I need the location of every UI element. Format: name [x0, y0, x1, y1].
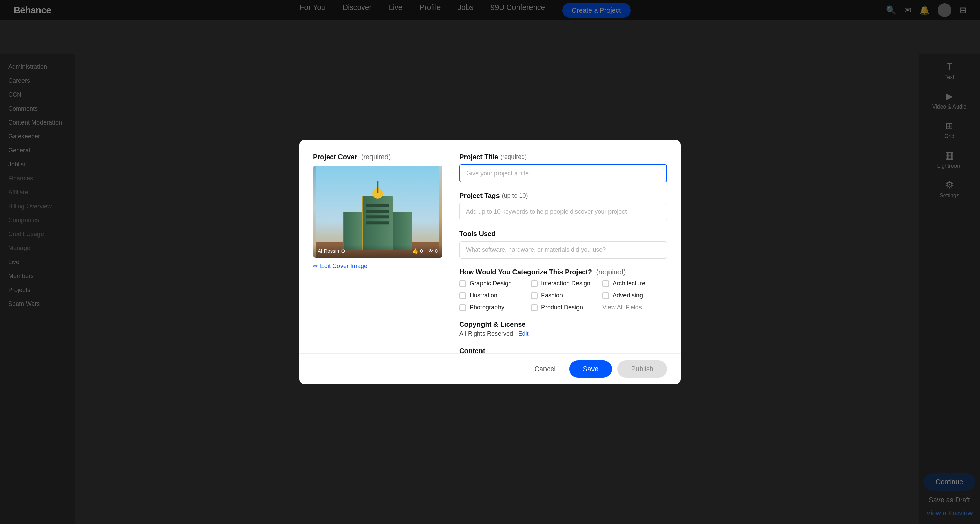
cover-author: Al Rossin ⊕	[318, 248, 345, 254]
svg-rect-6	[366, 221, 389, 224]
svg-rect-7	[343, 212, 362, 250]
cancel-button[interactable]: Cancel	[527, 361, 564, 377]
category-graphic-design[interactable]: Graphic Design	[459, 280, 524, 287]
category-product-design[interactable]: Product Design	[531, 304, 595, 311]
tags-label: Project Tags (up to 10)	[459, 192, 667, 200]
copyright-edit-link[interactable]: Edit	[518, 330, 529, 337]
checkbox-advertising[interactable]	[602, 292, 609, 299]
categories-required: (required)	[596, 268, 626, 276]
cover-image	[313, 166, 442, 257]
cover-art	[313, 166, 442, 257]
category-photography[interactable]: Photography	[459, 304, 524, 311]
view-all-fields-link[interactable]: View All Fields...	[602, 304, 667, 311]
save-button[interactable]: Save	[570, 360, 612, 378]
checkbox-architecture[interactable]	[602, 280, 609, 287]
pencil-icon: ✏	[313, 262, 318, 270]
checkbox-photography[interactable]	[459, 304, 466, 311]
category-advertising[interactable]: Advertising	[602, 292, 667, 299]
modal-footer: Cancel Save Publish	[299, 353, 681, 384]
content-label: Content	[459, 347, 667, 353]
cover-panel: Project Cover (required)	[313, 153, 442, 340]
svg-rect-10	[377, 181, 379, 193]
modal-overlay: Project Cover (required)	[0, 0, 980, 524]
tools-label: Tools Used	[459, 230, 667, 238]
form-panel: Project Title (required) Project Tags (u…	[459, 153, 667, 340]
cover-likes: 👍 0	[412, 248, 423, 254]
edit-cover-button[interactable]: ✏ Edit Cover Image	[313, 262, 368, 270]
project-settings-modal: Project Cover (required)	[299, 140, 681, 384]
tools-used-input[interactable]	[459, 241, 667, 259]
cover-stats: 👍 0 👁 0	[412, 248, 438, 254]
checkbox-graphic-design[interactable]	[459, 280, 466, 287]
modal-body: Project Cover (required)	[299, 140, 681, 353]
title-required: (required)	[500, 154, 527, 160]
cover-required: (required)	[361, 153, 391, 160]
tools-group: Tools Used	[459, 230, 667, 259]
tags-group: Project Tags (up to 10)	[459, 192, 667, 221]
tags-sublabel: (up to 10)	[502, 192, 528, 199]
project-title-input[interactable]	[459, 164, 667, 183]
svg-rect-3	[366, 204, 389, 207]
copyright-value: All Rights Reserved	[459, 330, 513, 337]
cover-overlay: Al Rossin ⊕ 👍 0 👁 0	[313, 245, 442, 257]
categories-label: How Would You Categorize This Project? (…	[459, 268, 667, 276]
checkbox-product-design[interactable]	[531, 304, 538, 311]
cover-label: Project Cover (required)	[313, 153, 442, 161]
category-fashion[interactable]: Fashion	[531, 292, 595, 299]
copyright-label: Copyright & License	[459, 321, 667, 328]
content-group: Content	[459, 347, 667, 353]
categories-grid: Graphic Design Interaction Design Archit…	[459, 280, 667, 311]
category-architecture[interactable]: Architecture	[602, 280, 667, 287]
svg-rect-4	[366, 210, 389, 213]
title-group: Project Title (required)	[459, 153, 667, 183]
categories-group: How Would You Categorize This Project? (…	[459, 268, 667, 311]
cover-views: 👁 0	[428, 248, 438, 254]
copyright-row: All Rights Reserved Edit	[459, 330, 667, 338]
category-illustration[interactable]: Illustration	[459, 292, 524, 299]
checkbox-interaction-design[interactable]	[531, 280, 538, 287]
checkbox-illustration[interactable]	[459, 292, 466, 299]
project-tags-input[interactable]	[459, 203, 667, 221]
publish-button[interactable]: Publish	[617, 360, 667, 378]
svg-rect-8	[393, 212, 412, 250]
checkbox-fashion[interactable]	[531, 292, 538, 299]
cover-image-container: Al Rossin ⊕ 👍 0 👁 0	[313, 166, 442, 257]
title-label: Project Title (required)	[459, 153, 667, 161]
category-interaction-design[interactable]: Interaction Design	[531, 280, 595, 287]
copyright-group: Copyright & License All Rights Reserved …	[459, 321, 667, 338]
svg-rect-5	[366, 215, 389, 218]
